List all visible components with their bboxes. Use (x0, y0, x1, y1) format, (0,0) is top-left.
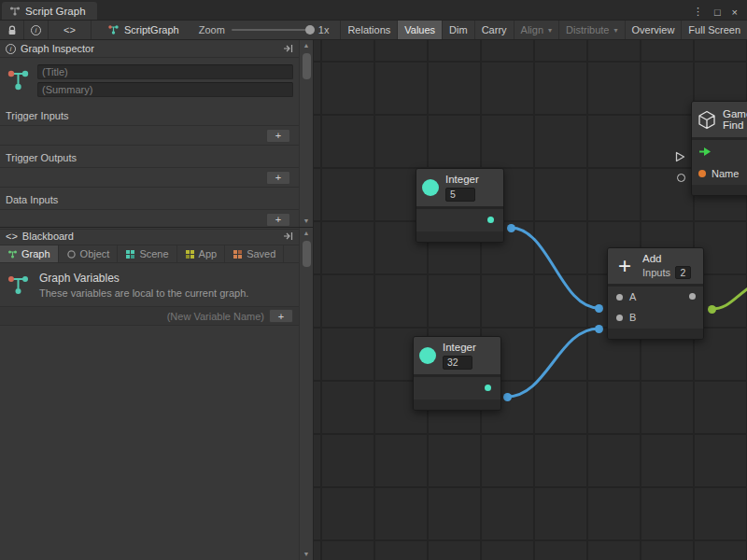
maximize-icon[interactable]: □ (714, 7, 721, 18)
node-footer (416, 231, 503, 242)
titlebar: Script Graph ⋮ □ × (0, 0, 747, 20)
integer-value-field[interactable]: 5 (445, 188, 475, 202)
distribute-button[interactable]: Distribute ▾ (558, 21, 624, 39)
output-port[interactable] (485, 385, 491, 391)
node-title-line2: Find (723, 119, 747, 131)
graph-variables-heading: Graph Variables (39, 272, 248, 285)
wire-endpoint[interactable] (595, 325, 603, 333)
blackboard-scrollbar-thumb[interactable] (303, 241, 311, 267)
values-button[interactable]: Values (397, 21, 442, 39)
name-input-port[interactable] (698, 170, 706, 177)
scroll-down-icon[interactable]: ▼ (303, 216, 310, 227)
wire-endpoint[interactable] (503, 393, 512, 401)
node-gameobject-find[interactable]: Game Find Name (691, 101, 747, 196)
input-port-a[interactable] (616, 294, 623, 301)
flow-input-port[interactable] (675, 151, 685, 162)
gameobject-icon (698, 110, 716, 130)
output-port[interactable] (487, 217, 494, 223)
info-button[interactable]: i (24, 21, 49, 39)
dock-icon[interactable] (283, 44, 293, 53)
inspector-scrollbar-thumb[interactable] (303, 53, 311, 79)
node-integer-5[interactable]: Integer 5 (416, 168, 504, 243)
port-b-label: B (629, 312, 636, 323)
tab-graph-variables[interactable]: Graph (0, 245, 59, 262)
blackboard-tabs: Graph Object Scene (0, 245, 299, 263)
scene-variables-icon (125, 249, 135, 259)
tab-script-graph[interactable]: Script Graph (2, 2, 97, 20)
tab-app-variables[interactable]: App (177, 245, 226, 262)
wire-endpoint[interactable] (708, 305, 716, 314)
relations-button[interactable]: Relations (340, 21, 397, 39)
dock-icon[interactable] (283, 231, 293, 241)
flow-arrow-icon[interactable] (698, 147, 712, 157)
tab-title: Script Graph (25, 6, 86, 17)
lock-icon (7, 25, 17, 35)
add-trigger-output-button[interactable]: + (266, 171, 290, 185)
node-body (416, 209, 503, 231)
node-footer (692, 185, 747, 195)
zoom-slider[interactable] (232, 29, 312, 31)
inputs-count-field[interactable]: 2 (675, 266, 691, 279)
align-button[interactable]: Align ▾ (514, 21, 558, 39)
name-port-label: Name (712, 168, 739, 179)
output-port[interactable] (689, 293, 696, 300)
graph-toolbar: i <> ScriptGraph Zoom 1x Relations Value… (0, 20, 747, 40)
wire-endpoint[interactable] (507, 224, 515, 232)
wire-endpoint[interactable] (595, 304, 603, 313)
tab-label: Graph (21, 248, 50, 259)
tab-label: Object (80, 248, 110, 259)
node-add[interactable]: + Add Inputs 2 A (607, 247, 704, 340)
name-port-row: Name (692, 162, 747, 185)
node-title: Add (642, 253, 691, 264)
graph-summary-input[interactable] (37, 82, 293, 97)
trigger-inputs-label: Trigger Inputs (0, 104, 299, 126)
tab-label: Scene (139, 248, 168, 259)
node-header: Integer 32 (414, 337, 500, 374)
zoom-slider-thumb[interactable] (305, 25, 315, 35)
overview-button[interactable]: Overview (625, 21, 682, 39)
integer-value-field[interactable]: 32 (443, 356, 472, 370)
node-footer (608, 329, 703, 339)
add-trigger-input-button[interactable]: + (266, 129, 290, 143)
tab-saved-variables[interactable]: Saved (225, 245, 284, 262)
close-icon[interactable]: × (732, 7, 738, 18)
value-input-port[interactable] (677, 174, 685, 182)
graph-title-input[interactable] (37, 64, 293, 79)
blackboard-scrollbar[interactable]: ▲ ▼ (299, 228, 313, 560)
node-title: Integer (443, 342, 476, 353)
scroll-up-icon[interactable]: ▲ (303, 228, 310, 239)
node-title-line1: Game (723, 108, 747, 119)
wire-integer32-to-add-b[interactable] (507, 329, 599, 397)
data-inputs-label: Data Inputs (0, 188, 299, 210)
scroll-down-icon[interactable]: ▼ (303, 549, 310, 560)
align-label: Align (521, 24, 543, 35)
input-port-b[interactable] (616, 315, 623, 321)
lock-button[interactable] (0, 21, 24, 39)
flow-out-row (692, 140, 747, 162)
blackboard-header: <> Blackboard (0, 228, 299, 245)
tab-scene-variables[interactable]: Scene (118, 245, 176, 262)
add-data-input-button[interactable]: + (266, 213, 290, 227)
data-inputs-list: + (0, 210, 299, 230)
graph-canvas[interactable]: Integer 5 Integer 32 (314, 40, 747, 560)
window-menu-icon[interactable]: ⋮ (693, 6, 703, 18)
script-graph-icon (9, 6, 21, 17)
distribute-label: Distribute (566, 24, 609, 35)
info-icon: i (31, 25, 41, 35)
node-integer-32[interactable]: Integer 32 (413, 336, 501, 411)
object-variables-icon (66, 249, 77, 259)
carry-button[interactable]: Carry (474, 21, 514, 39)
inspector-scrollbar[interactable]: ▲ ▼ (299, 40, 313, 227)
graph-name-button[interactable]: ScriptGraph (101, 21, 186, 39)
add-variable-button[interactable]: + (269, 309, 293, 323)
code-view-button[interactable]: <> (49, 21, 92, 39)
wire-integer5-to-add-a[interactable] (511, 228, 599, 308)
dim-button[interactable]: Dim (442, 21, 474, 39)
tab-object-variables[interactable]: Object (59, 245, 119, 262)
wire-add-output[interactable] (712, 287, 747, 309)
graph-meta-row (0, 58, 299, 104)
scroll-up-icon[interactable]: ▲ (303, 40, 310, 51)
full-screen-button[interactable]: Full Screen (681, 21, 747, 39)
new-variable-input[interactable] (6, 311, 264, 322)
inputs-label: Inputs (642, 267, 670, 278)
